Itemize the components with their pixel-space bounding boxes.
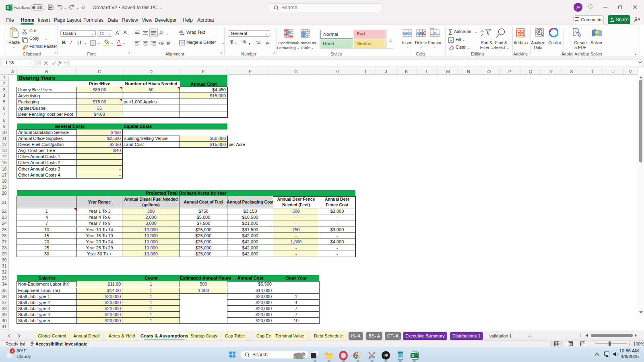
svg-text:Z: Z xyxy=(481,33,483,37)
svg-text:-.0: -.0 xyxy=(265,40,268,43)
svg-text:ab: ab xyxy=(179,30,183,34)
svg-text:X: X xyxy=(6,6,9,10)
svg-text:X: X xyxy=(412,354,414,358)
svg-text:+.0: +.0 xyxy=(256,40,260,43)
svg-text:ab: ab xyxy=(159,30,164,36)
